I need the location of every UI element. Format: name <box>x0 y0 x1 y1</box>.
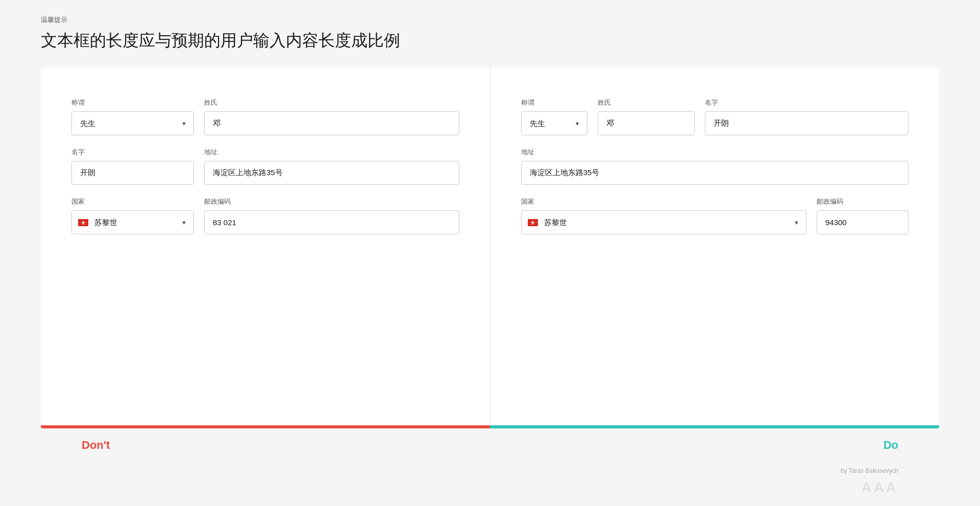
right-lastname-group: 姓氏 <box>598 98 695 135</box>
left-firstname-label: 名字 <box>71 148 194 157</box>
left-row-1: 称谓 先生 女士 ▼ 姓氏 <box>71 98 459 135</box>
left-postal-input[interactable] <box>204 210 459 234</box>
left-country-select-wrapper: 苏黎世 ▼ <box>71 210 194 234</box>
left-panel: 称谓 先生 女士 ▼ 姓氏 名字 <box>41 67 491 425</box>
left-country-group: 国家 苏黎世 ▼ <box>71 197 194 234</box>
main-card: 称谓 先生 女士 ▼ 姓氏 名字 <box>41 67 939 428</box>
right-country-group: 国家 苏黎世 ▼ <box>521 197 807 234</box>
right-postal-input[interactable] <box>817 210 909 234</box>
left-firstname-group: 名字 <box>71 148 194 185</box>
left-salutation-select-wrapper: 先生 女士 ▼ <box>71 111 194 135</box>
right-panel: 称谓 先生 女士 ▼ 姓氏 名字 <box>491 67 940 425</box>
dont-bar <box>41 425 490 428</box>
right-postal-label: 邮政编码 <box>817 197 909 206</box>
right-country-select-wrapper: 苏黎世 ▼ <box>521 210 807 234</box>
left-salutation-label: 称谓 <box>71 98 194 107</box>
card-content: 称谓 先生 女士 ▼ 姓氏 名字 <box>41 67 939 425</box>
left-lastname-input[interactable] <box>204 111 459 135</box>
right-address-group: 地址 <box>521 148 909 185</box>
dont-label: Don't <box>82 439 110 452</box>
right-swiss-flag-shape <box>528 219 538 226</box>
right-lastname-label: 姓氏 <box>598 98 695 107</box>
right-country-select[interactable]: 苏黎世 <box>521 210 807 234</box>
left-row-3: 国家 苏黎世 ▼ 邮政编码 <box>71 197 459 234</box>
watermark: AAA <box>41 477 939 506</box>
right-salutation-label: 称谓 <box>521 98 587 107</box>
do-bar <box>490 425 939 428</box>
page-title: 文本框的长度应与预期的用户输入内容长度成比例 <box>41 30 939 52</box>
right-row-1: 称谓 先生 女士 ▼ 姓氏 名字 <box>521 98 909 135</box>
left-postal-group: 邮政编码 <box>204 197 459 234</box>
left-swiss-flag-icon <box>78 219 89 227</box>
right-swiss-flag-icon <box>527 219 538 227</box>
right-country-label: 国家 <box>521 197 807 206</box>
left-row-2: 名字 地址 <box>71 148 459 185</box>
right-salutation-select[interactable]: 先生 女士 <box>521 111 587 135</box>
left-firstname-input[interactable] <box>71 161 194 185</box>
left-salutation-group: 称谓 先生 女士 ▼ <box>71 98 194 135</box>
right-firstname-input[interactable] <box>705 111 909 135</box>
bottom-bars <box>41 425 939 428</box>
bottom-labels: Don't Do <box>41 428 939 462</box>
left-postal-label: 邮政编码 <box>204 197 459 206</box>
right-postal-group: 邮政编码 <box>817 197 909 234</box>
left-country-select[interactable]: 苏黎世 <box>71 210 194 234</box>
right-salutation-select-wrapper: 先生 女士 ▼ <box>521 111 587 135</box>
right-address-label: 地址 <box>521 148 909 157</box>
right-salutation-group: 称谓 先生 女士 ▼ <box>521 98 587 135</box>
left-salutation-select[interactable]: 先生 女士 <box>71 111 194 135</box>
author-credit: by Taras Bakusevych <box>41 462 939 477</box>
left-address-group: 地址 <box>204 148 459 185</box>
right-address-input[interactable] <box>521 161 909 185</box>
right-lastname-input[interactable] <box>598 111 695 135</box>
right-row-2: 地址 <box>521 148 909 185</box>
hint-label: 温馨提示 <box>41 15 939 25</box>
left-address-input[interactable] <box>204 161 459 185</box>
right-firstname-label: 名字 <box>705 98 909 107</box>
left-country-label: 国家 <box>71 197 194 206</box>
right-row-3: 国家 苏黎世 ▼ 邮政编码 <box>521 197 909 234</box>
left-lastname-label: 姓氏 <box>204 98 459 107</box>
left-lastname-group: 姓氏 <box>204 98 459 135</box>
right-firstname-group: 名字 <box>705 98 909 135</box>
do-label: Do <box>884 439 898 452</box>
left-address-label: 地址 <box>204 148 459 157</box>
left-swiss-flag-shape <box>78 219 88 226</box>
